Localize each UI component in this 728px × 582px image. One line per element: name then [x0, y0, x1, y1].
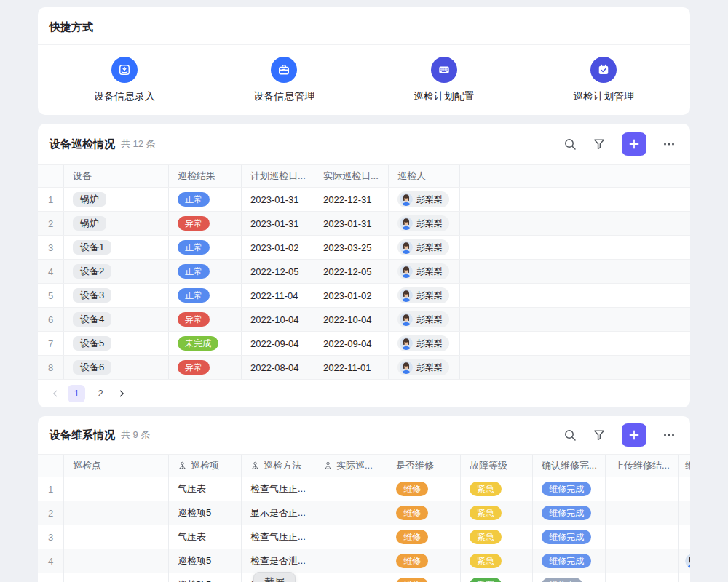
result-cell[interactable]: 未完成	[169, 332, 242, 355]
method-cell[interactable]: 检查气压正...	[242, 525, 314, 549]
table-row[interactable]: 6 设备4 异常 2022-10-04 2022-10-04 彭梨梨	[38, 308, 690, 332]
table-row[interactable]: 7 设备5 未完成 2022-09-04 2022-09-04 彭梨梨	[38, 332, 690, 356]
result-cell[interactable]: 正常	[169, 236, 242, 259]
page-button-1[interactable]: 1	[68, 385, 85, 402]
chevron-right-icon[interactable]	[116, 388, 127, 399]
upload-cell[interactable]	[606, 501, 679, 525]
actual-date-cell[interactable]: 2022-11-01	[314, 356, 389, 379]
device-cell[interactable]: 设备6	[64, 356, 169, 379]
item-cell[interactable]: 气压表	[169, 525, 242, 549]
item-cell[interactable]: 气压表	[169, 477, 242, 501]
plan-date-cell[interactable]: 2022-12-05	[242, 260, 314, 283]
upload-cell[interactable]	[606, 573, 679, 582]
confirm-cell[interactable]: 维修完成	[533, 525, 606, 549]
chevron-left-icon[interactable]	[50, 388, 61, 399]
column-header-confirm[interactable]: 确认维修完...	[533, 455, 606, 477]
actual-cell[interactable]	[314, 549, 387, 573]
actual-cell[interactable]	[314, 501, 387, 525]
column-header-actual-date[interactable]: 实际巡检日...	[314, 165, 389, 187]
table-row[interactable]: 3 设备1 正常 2023-01-02 2023-03-25 彭梨梨	[38, 236, 690, 260]
column-header-actual[interactable]: 实际巡...	[314, 455, 387, 477]
table-row[interactable]: 2 巡检项5 显示是否正... 维修 紧急 维修完成	[38, 501, 690, 525]
table-row[interactable]: 4 设备2 正常 2022-12-05 2022-12-05 彭梨梨	[38, 260, 690, 284]
device-cell[interactable]: 锅炉	[64, 212, 169, 235]
clipped-cell[interactable]	[679, 549, 690, 573]
plan-date-cell[interactable]: 2022-08-04	[242, 356, 314, 379]
column-header-device[interactable]: 设备	[64, 165, 169, 187]
plan-date-cell[interactable]: 2022-10-04	[242, 308, 314, 331]
item-cell[interactable]: 巡检项5	[169, 573, 242, 582]
clipped-cell[interactable]	[679, 477, 690, 501]
repair-cell[interactable]: 维修	[387, 549, 461, 573]
actual-date-cell[interactable]: 2023-01-02	[314, 284, 389, 307]
point-cell[interactable]	[64, 525, 169, 549]
add-record-button[interactable]	[622, 423, 646, 447]
filter-icon[interactable]	[590, 135, 609, 154]
inspector-cell[interactable]: 彭梨梨	[389, 284, 460, 307]
confirm-cell[interactable]: 维修中	[533, 573, 606, 582]
column-header-upload[interactable]: 上传维修结...	[606, 455, 679, 477]
shortcut-plan-manage[interactable]: 巡检计划管理	[549, 57, 658, 103]
add-record-button[interactable]	[622, 132, 646, 156]
table-row[interactable]: 2 锅炉 异常 2023-01-31 2023-01-31 彭梨梨	[38, 212, 690, 236]
more-icon[interactable]	[660, 426, 678, 445]
inspector-cell[interactable]: 彭梨梨	[389, 188, 460, 211]
repair-cell[interactable]: 维修	[387, 573, 461, 582]
shortcut-device-info-entry[interactable]: 设备信息录入	[70, 57, 179, 103]
confirm-cell[interactable]: 维修完成	[533, 549, 606, 573]
level-cell[interactable]: 重要	[461, 573, 533, 582]
method-cell[interactable]: 显示是否正...	[242, 501, 314, 525]
table-row[interactable]: 5 巡检项5 显示是否正... 维修 重要 维修中	[38, 573, 690, 582]
actual-date-cell[interactable]: 2022-10-04	[314, 308, 389, 331]
device-cell[interactable]: 设备1	[64, 236, 169, 259]
result-cell[interactable]: 正常	[169, 188, 242, 211]
column-header-result[interactable]: 巡检结果	[169, 165, 242, 187]
repair-cell[interactable]: 维修	[387, 477, 461, 501]
shortcut-device-info-manage[interactable]: 设备信息管理	[229, 57, 339, 103]
plan-date-cell[interactable]: 2022-11-04	[242, 284, 314, 307]
actual-date-cell[interactable]: 2023-03-25	[314, 236, 389, 259]
level-cell[interactable]: 紧急	[461, 501, 533, 525]
method-cell[interactable]: 检查是否泄...	[242, 549, 314, 573]
item-cell[interactable]: 巡检项5	[169, 501, 242, 525]
table-row[interactable]: 5 设备3 正常 2022-11-04 2023-01-02 彭梨梨	[38, 284, 690, 308]
filter-icon[interactable]	[590, 426, 609, 445]
table-row[interactable]: 3 气压表 检查气压正... 维修 紧急 维修完成	[38, 525, 690, 549]
point-cell[interactable]	[64, 549, 169, 573]
actual-cell[interactable]	[314, 525, 387, 549]
plan-date-cell[interactable]: 2023-01-31	[242, 188, 314, 211]
search-icon[interactable]	[561, 426, 579, 445]
level-cell[interactable]: 紧急	[461, 477, 533, 501]
upload-cell[interactable]	[606, 477, 679, 501]
confirm-cell[interactable]: 维修完成	[533, 501, 606, 525]
actual-cell[interactable]	[314, 573, 387, 582]
point-cell[interactable]	[64, 477, 169, 501]
column-header-method[interactable]: 巡检方法	[242, 455, 314, 477]
actual-date-cell[interactable]: 2022-12-31	[314, 188, 389, 211]
device-cell[interactable]: 设备5	[64, 332, 169, 355]
result-cell[interactable]: 异常	[169, 308, 242, 331]
shortcut-plan-config[interactable]: 巡检计划配置	[389, 57, 499, 103]
plan-date-cell[interactable]: 2023-01-02	[242, 236, 314, 259]
level-cell[interactable]: 紧急	[461, 525, 533, 549]
table-row[interactable]: 8 设备6 异常 2022-08-04 2022-11-01 彭梨梨	[38, 356, 690, 380]
method-cell[interactable]: 检查气压正...	[242, 477, 314, 501]
actual-date-cell[interactable]: 2023-01-31	[314, 212, 389, 235]
inspector-cell[interactable]: 彭梨梨	[389, 236, 460, 259]
plan-date-cell[interactable]: 2023-01-31	[242, 212, 314, 235]
inspector-cell[interactable]: 彭梨梨	[389, 260, 460, 283]
upload-cell[interactable]	[606, 549, 679, 573]
upload-cell[interactable]	[606, 525, 679, 549]
result-cell[interactable]: 正常	[169, 260, 242, 283]
device-cell[interactable]: 锅炉	[64, 188, 169, 211]
result-cell[interactable]: 异常	[169, 212, 242, 235]
clipped-cell[interactable]	[679, 525, 690, 549]
result-cell[interactable]: 异常	[169, 356, 242, 379]
inspector-cell[interactable]: 彭梨梨	[389, 212, 460, 235]
repair-cell[interactable]: 维修	[387, 525, 461, 549]
column-header-repair[interactable]: 是否维修	[387, 455, 461, 477]
column-header-plan-date[interactable]: 计划巡检日...	[242, 165, 314, 187]
inspector-cell[interactable]: 彭梨梨	[389, 308, 460, 331]
level-cell[interactable]: 紧急	[461, 549, 533, 573]
clipped-cell[interactable]	[679, 573, 690, 582]
